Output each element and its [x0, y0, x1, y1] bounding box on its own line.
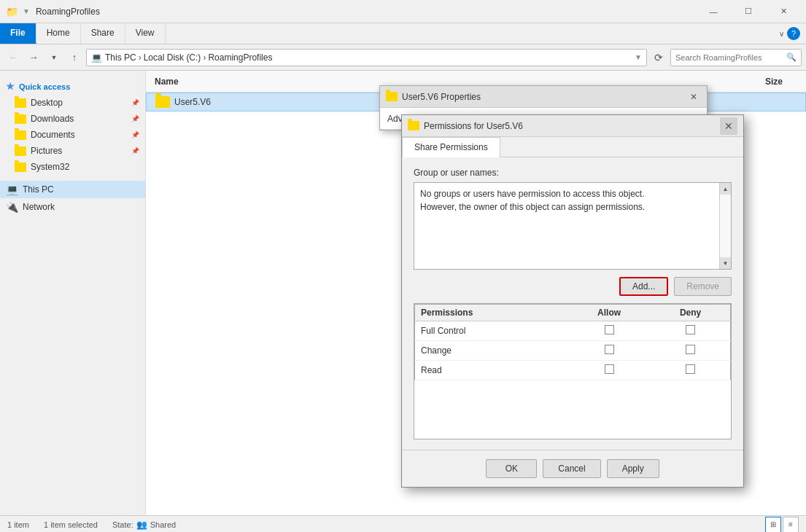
sidebar: ★ Quick access Desktop 📌 Downloads 📌 Doc…: [0, 71, 146, 515]
sidebar-quick-access: ★ Quick access: [0, 75, 145, 95]
sidebar-item-documents[interactable]: Documents 📌: [0, 127, 145, 143]
item-count: 1 item: [7, 520, 29, 529]
ok-button[interactable]: OK: [486, 459, 537, 478]
state-value: Shared: [150, 520, 176, 529]
recent-button[interactable]: ▼: [45, 49, 63, 66]
state-label: State:: [112, 520, 133, 529]
star-icon: ★: [6, 81, 15, 92]
search-icon: 🔍: [786, 52, 797, 62]
selected-count: 1 item selected: [44, 520, 98, 529]
search-box[interactable]: 🔍: [670, 49, 802, 66]
scrollbar-down[interactable]: ▼: [720, 257, 731, 269]
state-section: State: 👥 Shared: [112, 520, 176, 530]
content-area: Name Size User5.V6 User5.V6 Properties ✕…: [146, 71, 806, 515]
up-button[interactable]: ↑: [66, 49, 83, 66]
system32-label: System32: [31, 162, 69, 172]
permissions-dialog: Permissions for User5.V6 ✕ Share Permiss…: [401, 114, 744, 488]
checkbox-allow-change[interactable]: [605, 345, 614, 354]
documents-label: Documents: [31, 130, 75, 140]
file-name: User5.V6: [174, 97, 211, 107]
group-users-label: Group or user names:: [414, 168, 732, 178]
view-details-button[interactable]: ⊞: [765, 517, 781, 533]
users-list-box[interactable]: No groups or users have permission to ac…: [414, 182, 732, 270]
pin-icon-documents: 📌: [131, 131, 139, 138]
ribbon: File Home Share View ∨ ?: [0, 23, 806, 44]
permissions-dialog-title: Permissions for User5.V6: [424, 121, 720, 131]
close-button[interactable]: ✕: [767, 0, 800, 23]
properties-dialog-title: User5.V6 Properties: [402, 92, 686, 102]
add-button[interactable]: Add...: [619, 277, 668, 296]
scrollbar-track: [720, 195, 731, 257]
permissions-dialog-footer: OK Cancel Apply: [402, 450, 743, 487]
permission-name-fullcontrol: Full Control: [415, 321, 567, 341]
col-name-header[interactable]: Name: [155, 77, 179, 87]
permissions-table: Permissions Allow Deny Full Control: [414, 304, 731, 380]
permission-name-read: Read: [415, 361, 567, 380]
tab-view[interactable]: View: [125, 23, 166, 44]
table-row: Full Control: [415, 321, 731, 341]
table-row: Read: [415, 361, 731, 380]
sidebar-item-downloads[interactable]: Downloads 📌: [0, 111, 145, 127]
pin-icon-downloads: 📌: [131, 115, 139, 122]
view-list-button[interactable]: ≡: [783, 517, 799, 533]
downloads-folder-icon: [15, 114, 26, 124]
pictures-folder-icon: [15, 146, 26, 156]
allow-change[interactable]: [567, 341, 651, 361]
tab-share[interactable]: Share: [81, 23, 125, 44]
title-controls: — ☐ ✕: [697, 0, 800, 23]
desktop-label: Desktop: [31, 98, 63, 108]
dropdown-arrow-icon[interactable]: ▼: [635, 53, 642, 61]
downloads-label: Downloads: [31, 114, 74, 124]
back-button[interactable]: ←: [4, 49, 22, 66]
expand-ribbon-icon[interactable]: ∨: [779, 30, 784, 38]
pin-icon-pictures: 📌: [131, 147, 139, 154]
checkbox-deny-fullcontrol[interactable]: [686, 325, 695, 335]
tab-home[interactable]: Home: [36, 23, 81, 44]
properties-close-button[interactable]: ✕: [686, 90, 701, 104]
checkbox-allow-fullcontrol[interactable]: [605, 325, 614, 335]
table-row: Change: [415, 341, 731, 361]
apply-button[interactable]: Apply: [607, 459, 659, 478]
sidebar-item-thispc[interactable]: 💻 This PC: [0, 181, 145, 198]
scrollbar-up[interactable]: ▲: [720, 183, 731, 195]
forward-button[interactable]: →: [25, 49, 42, 66]
user5-folder-icon: [155, 96, 170, 108]
deny-read[interactable]: [651, 361, 730, 380]
pc-icon: 💻: [6, 184, 18, 195]
col-size-header: Size: [765, 77, 797, 87]
checkbox-deny-change[interactable]: [686, 345, 695, 354]
maximize-button[interactable]: ☐: [732, 0, 765, 23]
network-label: Network: [23, 202, 55, 212]
sidebar-item-system32[interactable]: System32: [0, 159, 145, 175]
permissions-content: Group or user names: No groups or users …: [402, 157, 743, 450]
tab-share-permissions[interactable]: Share Permissions: [402, 137, 500, 157]
thispc-label: This PC: [23, 184, 54, 195]
allow-read[interactable]: [567, 361, 651, 380]
quick-access-label[interactable]: Quick access: [19, 82, 70, 91]
properties-dialog-icon: [386, 92, 398, 101]
sidebar-item-desktop[interactable]: Desktop 📌: [0, 95, 145, 111]
properties-dialog-title-bar: User5.V6 Properties ✕: [380, 86, 707, 108]
search-input[interactable]: [675, 53, 786, 62]
deny-fullcontrol[interactable]: [651, 321, 730, 341]
col-permissions-header: Permissions: [415, 305, 567, 321]
desktop-folder-icon: [15, 98, 26, 108]
tab-file[interactable]: File: [0, 23, 36, 44]
refresh-button[interactable]: ⟳: [650, 49, 667, 66]
users-scrollbar[interactable]: ▲ ▼: [719, 183, 731, 269]
help-icon[interactable]: ?: [787, 27, 800, 40]
pin-icon-desktop: 📌: [131, 99, 139, 106]
cancel-button[interactable]: Cancel: [543, 459, 600, 478]
permissions-close-button[interactable]: ✕: [720, 117, 737, 135]
address-bar: ← → ▼ ↑ 💻 This PC › Local Disk (C:) › Ro…: [0, 44, 806, 71]
remove-button[interactable]: Remove: [674, 277, 732, 296]
address-path[interactable]: 💻 This PC › Local Disk (C:) › RoamingPro…: [86, 49, 647, 66]
deny-change[interactable]: [651, 341, 730, 361]
checkbox-deny-read[interactable]: [686, 364, 695, 374]
minimize-button[interactable]: —: [697, 0, 730, 23]
sidebar-item-network[interactable]: 🔌 Network: [0, 198, 145, 216]
sidebar-item-pictures[interactable]: Pictures 📌: [0, 143, 145, 159]
col-deny-header: Deny: [651, 305, 730, 321]
allow-fullcontrol[interactable]: [567, 321, 651, 341]
checkbox-allow-read[interactable]: [605, 364, 614, 374]
